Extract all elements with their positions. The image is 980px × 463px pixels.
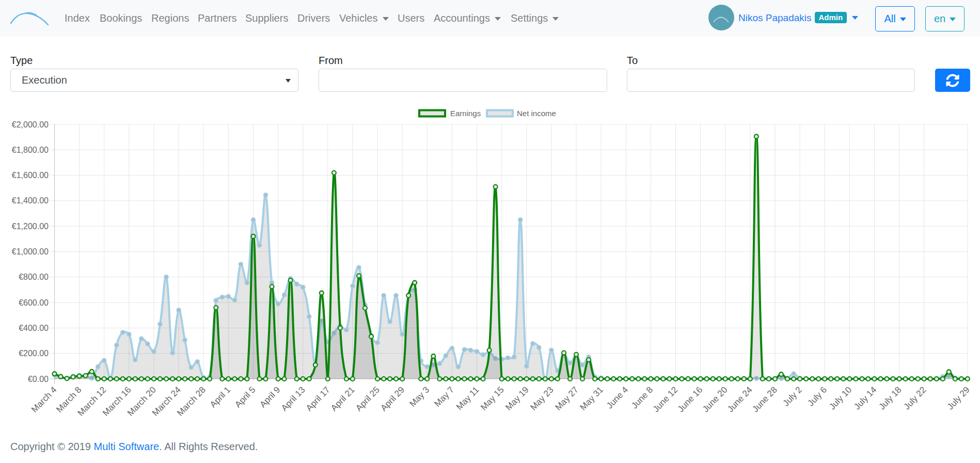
svg-text:April 25: April 25	[354, 385, 382, 413]
svg-text:€2,000.00: €2,000.00	[12, 120, 49, 129]
svg-text:June 16: June 16	[676, 385, 705, 414]
svg-text:May 27: May 27	[553, 385, 580, 412]
svg-text:July 14: July 14	[852, 385, 878, 412]
svg-text:€1,400.00: €1,400.00	[12, 196, 49, 205]
svg-text:March 4: March 4	[29, 385, 58, 414]
svg-text:€1,000.00: €1,000.00	[12, 247, 49, 256]
svg-text:April 9: April 9	[258, 385, 282, 410]
svg-text:April 17: April 17	[304, 385, 332, 413]
svg-text:June 20: June 20	[701, 385, 730, 414]
svg-text:May 7: May 7	[432, 385, 456, 409]
svg-text:May 31: May 31	[578, 385, 605, 412]
svg-text:July 6: July 6	[806, 385, 829, 408]
svg-text:€1,800.00: €1,800.00	[12, 146, 49, 154]
svg-text:€0.00: €0.00	[28, 375, 49, 384]
svg-text:May 19: May 19	[503, 385, 530, 412]
svg-text:June 4: June 4	[605, 385, 630, 411]
svg-text:July 18: July 18	[877, 385, 903, 412]
svg-text:May 11: May 11	[454, 385, 481, 412]
svg-text:July 10: July 10	[827, 385, 853, 412]
svg-text:July 22: July 22	[902, 385, 928, 412]
svg-text:April 29: April 29	[378, 385, 406, 413]
svg-text:April 13: April 13	[279, 385, 307, 413]
svg-text:June 24: June 24	[725, 385, 754, 414]
svg-text:April 1: April 1	[208, 385, 232, 410]
svg-text:€1,600.00: €1,600.00	[12, 171, 49, 180]
svg-text:€200.00: €200.00	[19, 349, 49, 358]
svg-text:July 2: July 2	[781, 385, 804, 408]
svg-text:€1,200.00: €1,200.00	[12, 222, 49, 231]
svg-text:Net income: Net income	[517, 109, 556, 118]
svg-text:€800.00: €800.00	[19, 273, 49, 281]
svg-text:June 28: June 28	[750, 385, 779, 414]
svg-text:Earnings: Earnings	[450, 109, 481, 118]
svg-text:July 29: July 29	[945, 385, 972, 412]
svg-text:May 15: May 15	[479, 385, 505, 412]
svg-text:€400.00: €400.00	[19, 324, 49, 332]
svg-text:May 23: May 23	[528, 385, 555, 412]
svg-text:April 21: April 21	[329, 385, 357, 413]
svg-text:May 3: May 3	[407, 385, 431, 409]
svg-text:June 12: June 12	[651, 385, 680, 414]
svg-text:€600.00: €600.00	[19, 298, 49, 307]
svg-text:April 5: April 5	[233, 385, 257, 410]
